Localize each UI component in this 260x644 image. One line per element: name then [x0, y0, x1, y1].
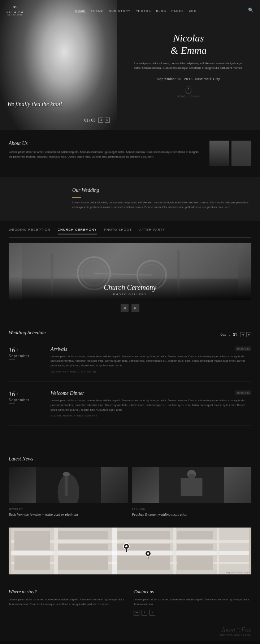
about-thumb-1: [209, 141, 229, 166]
event-2-text: Lorem ipsum dolor sit amet, consectetur …: [51, 398, 251, 412]
logo-name: NIC & EM: [6, 11, 24, 14]
where-to-stay-text: Lorem ipsum dolor sit amet, consectetur …: [9, 597, 126, 607]
about-thumbnails: [209, 141, 251, 166]
tab-photo-shoot[interactable]: Photo Shoot: [104, 228, 132, 234]
scroll-indicator: SCROLL DOWN: [177, 86, 200, 98]
nav-zoo[interactable]: ZOO: [189, 9, 197, 13]
event-2-line: [9, 403, 15, 404]
counter-text: 01 / 03: [84, 118, 95, 122]
schedule-title: Wedding Schedule: [9, 330, 46, 336]
event-2-header: Welcome Dinner 07:00 PM: [51, 391, 251, 396]
counter-arrows: ◀ ▶: [98, 118, 110, 123]
gallery-next[interactable]: ▶: [131, 304, 139, 312]
event-2-venue: Social Harbor Restaurant: [51, 414, 251, 417]
scroll-label: SCROLL DOWN: [177, 95, 200, 98]
schedule-event-2: 16 / September Welcome Dinner 07:00 PM L…: [9, 391, 251, 426]
event-1-name: Arrivals: [51, 347, 67, 352]
nav-our-story[interactable]: OUR STORY: [109, 9, 131, 13]
gallery-tabs: Wedding Reception Church Ceremony Photo …: [9, 228, 251, 238]
about-section: About Us Lorem ipsum dolor sit amet, con…: [0, 130, 260, 177]
where-to-stay: Where to stay? Lorem ipsum dolor sit ame…: [9, 589, 126, 616]
event-1-month: September: [9, 354, 45, 358]
social-facebook[interactable]: f: [142, 610, 147, 616]
social-gplus[interactable]: G+: [134, 610, 139, 616]
svg-rect-33: [177, 556, 213, 570]
about-content: About Us Lorem ipsum dolor sit amet, con…: [9, 141, 202, 166]
event-1-time: 04:00 PM: [235, 347, 251, 351]
gallery-section: Wedding Reception Church Ceremony Photo …: [0, 221, 260, 319]
contact-text: Lorem ipsum dolor sit amet, consectetur …: [134, 597, 251, 607]
map-container: Map data ©2016 Google: [9, 528, 251, 574]
schedule-header: Wedding Schedule Day : 01 ◀ ▶: [9, 330, 251, 339]
svg-rect-31: [58, 556, 108, 570]
event-2-month: September: [9, 398, 45, 402]
wedding-title: Our Wedding: [72, 188, 251, 193]
svg-rect-34: [14, 531, 50, 550]
nav-theme[interactable]: THEME: [91, 9, 104, 13]
svg-rect-11: [65, 474, 68, 496]
svg-rect-27: [117, 531, 170, 539]
svg-rect-29: [177, 531, 213, 539]
joomfox-logo: Joom🎵Fox: [219, 626, 251, 634]
event-2-name: Welcome Dinner: [51, 391, 84, 396]
event-1-date-num: 16: [9, 347, 15, 354]
where-to-stay-title: Where to stay?: [9, 589, 126, 595]
about-thumb-2: [231, 141, 251, 166]
gallery-prev[interactable]: ◀: [121, 304, 129, 312]
news-2-category: FASHION: [132, 508, 251, 511]
wedding-section: Our Wedding Lorem ipsum dolor sit amet, …: [0, 177, 260, 221]
news-thumbnails: [9, 467, 251, 503]
nav-pages[interactable]: PAGES: [172, 9, 184, 13]
hero-tagline: We finally tied the knot!: [7, 101, 62, 108]
hero-description: Lorem ipsum dolor sit amet, consectetur …: [131, 61, 246, 71]
next-arrow[interactable]: ▶: [105, 118, 110, 123]
day-next[interactable]: ▶: [246, 332, 251, 337]
svg-rect-23: [173, 528, 176, 574]
about-text: Lorem ipsum dolor sit amet, consectetur …: [9, 150, 202, 159]
day-label: Day: [220, 333, 226, 336]
nav-blog[interactable]: BLOG: [156, 9, 166, 13]
social-icons: G+ f t: [134, 610, 251, 616]
svg-point-37: [125, 545, 127, 547]
hero-date: September 16, 2016, New York City: [157, 77, 220, 81]
tab-wedding-reception[interactable]: Wedding Reception: [9, 228, 51, 234]
tab-after-party[interactable]: After Party: [139, 228, 165, 234]
event-2-date-sep: /: [17, 392, 18, 398]
nav-home[interactable]: HOME: [75, 9, 86, 13]
svg-point-40: [147, 552, 149, 555]
svg-rect-22: [112, 528, 117, 574]
nav-photos[interactable]: PHOTOS: [136, 9, 151, 13]
news-2-title[interactable]: Peaches & cream wedding inspiration: [132, 512, 251, 517]
news-section: Latest News JEWELR: [0, 445, 260, 528]
svg-point-12: [63, 472, 70, 476]
social-twitter[interactable]: t: [150, 610, 155, 616]
site-logo[interactable]: ∞ NIC & EM SEP 16 2016: [6, 4, 24, 16]
gallery-active-sub: PHOTO GALLERY: [14, 293, 246, 296]
map-credit: Map data ©2016 Google: [226, 572, 250, 574]
map-section: Map data ©2016 Google: [0, 528, 260, 582]
hero-counter: 01 / 03 ◀ ▶: [84, 118, 110, 123]
logo-date: SEP 16 2016: [8, 14, 23, 16]
day-prev[interactable]: ◀: [240, 332, 245, 337]
event-1-date-sep: /: [17, 348, 18, 354]
svg-rect-35: [14, 556, 50, 570]
wedding-content: Our Wedding Lorem ipsum dolor sit amet, …: [72, 188, 251, 210]
search-icon[interactable]: 🔍: [248, 8, 254, 13]
about-title: About Us: [9, 141, 202, 146]
day-toggle: Day : 01 ◀ ▶: [220, 332, 251, 337]
svg-rect-32: [117, 556, 170, 570]
day-separator: :: [229, 333, 230, 336]
event-1-header: Arrivals 04:00 PM: [51, 347, 251, 352]
news-item-1: JEWELRY Back from the jeweller – white g…: [9, 508, 128, 517]
tab-church-ceremony[interactable]: Church Ceremony: [58, 228, 97, 234]
news-thumb-2: [132, 467, 251, 503]
news-1-title[interactable]: Back from the jeweller – white gold or p…: [9, 512, 128, 517]
event-1-content: Arrivals 04:00 PM Lorem ipsum dolor sit …: [51, 347, 251, 373]
news-thumb-1: [9, 467, 128, 503]
event-2-time: 07:00 PM: [235, 391, 251, 395]
gallery-overlay: Church Ceremony PHOTO GALLERY: [9, 276, 251, 300]
news-title: Latest News: [9, 456, 251, 462]
event-2-date-num: 16: [9, 391, 15, 398]
prev-arrow[interactable]: ◀: [98, 118, 103, 123]
couple-names: Nicolas& Emma: [170, 32, 207, 56]
